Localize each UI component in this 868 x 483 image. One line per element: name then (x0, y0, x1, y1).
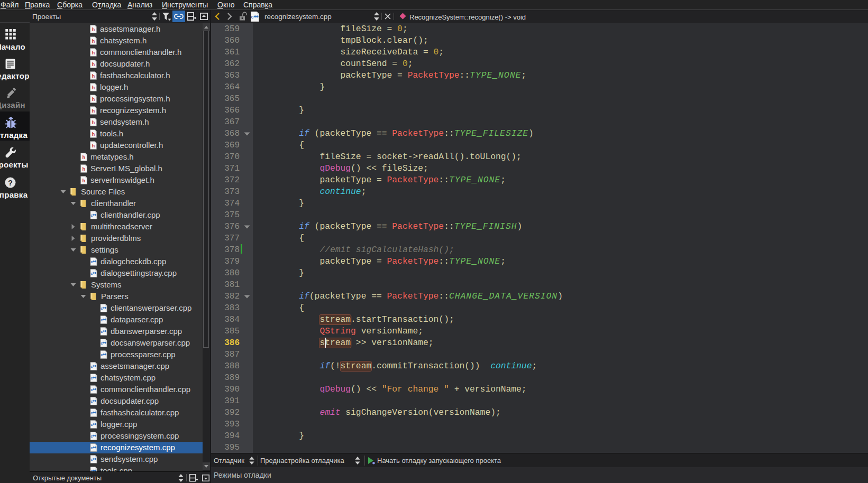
svg-text:h: h (92, 38, 95, 44)
svg-text:c: c (90, 376, 93, 380)
svg-text:c: c (90, 457, 93, 462)
svg-text:h: h (92, 50, 95, 55)
svg-text:c: c (90, 445, 93, 450)
svg-text:c: c (90, 364, 93, 369)
svg-text:?: ? (8, 179, 13, 187)
svg-text:c: c (100, 329, 103, 334)
svg-text:h: h (83, 154, 86, 160)
svg-text:h: h (83, 178, 86, 183)
svg-text:c: c (90, 213, 93, 218)
svg-text:h: h (92, 108, 95, 114)
svg-text:c: c (100, 341, 103, 346)
svg-text:c: c (100, 318, 103, 322)
svg-text:c: c (90, 434, 93, 439)
svg-text:h: h (92, 131, 95, 137)
svg-text:c: c (90, 271, 93, 276)
svg-text:c: c (90, 259, 93, 264)
svg-text:c: c (90, 399, 93, 404)
svg-text:c: c (100, 352, 103, 357)
svg-text:c: c (90, 387, 93, 392)
svg-text:c: c (251, 14, 254, 20)
svg-text:h: h (92, 73, 95, 79)
svg-text:h: h (92, 119, 95, 125)
svg-text:h: h (92, 61, 95, 67)
svg-text:h: h (92, 26, 95, 32)
svg-text:h: h (92, 96, 95, 102)
svg-text:h: h (92, 143, 95, 148)
svg-text:h: h (92, 85, 95, 90)
svg-text:h: h (83, 166, 86, 172)
svg-text:c: c (90, 422, 93, 427)
svg-text:c: c (100, 306, 103, 311)
svg-text:c: c (90, 411, 93, 415)
